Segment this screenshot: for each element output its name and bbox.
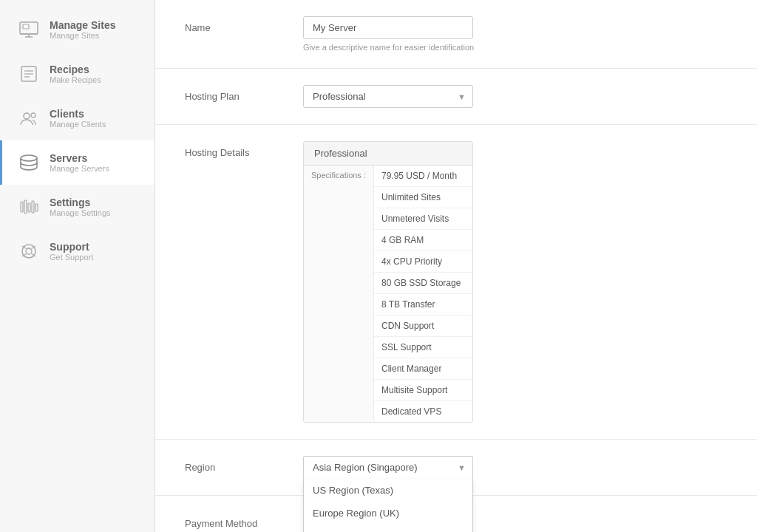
region-select[interactable]: US Region (Texas) Europe Region (UK) Asi… (303, 456, 473, 479)
region-option-item-europe-uk[interactable]: Europe Region (UK) (304, 502, 472, 525)
sidebar-item-clients[interactable]: Clients Manage Clients (0, 96, 155, 140)
hosting-details-box: Professional Specifications : 79.95 USD … (303, 141, 473, 423)
spec-unlimited-sites: Unlimited Sites (374, 187, 472, 208)
payment-method-label: Payment Method (185, 512, 303, 529)
region-section: Region US Region (Texas) Europe Region (… (155, 440, 757, 496)
svg-rect-12 (21, 202, 23, 212)
sidebar-item-settings[interactable]: Settings Manage Settings (0, 185, 155, 229)
hosting-details-label: Hosting Details (185, 141, 303, 158)
settings-icon (17, 195, 41, 219)
svg-rect-16 (35, 204, 38, 211)
spec-transfer: 8 TB Transfer (374, 294, 472, 316)
sidebar-sublabel-servers: Manage Servers (50, 164, 109, 173)
sidebar-sublabel-settings: Manage Settings (50, 208, 111, 217)
sidebar-item-support[interactable]: Support Get Support (0, 229, 155, 273)
svg-point-17 (22, 245, 35, 258)
sidebar-label-manage-sites: Manage Sites (50, 19, 115, 31)
name-label: Name (185, 16, 303, 33)
spec-items-list: 79.95 USD / Month Unlimited Sites Unmete… (374, 166, 472, 422)
svg-rect-13 (24, 200, 27, 214)
region-select-wrap: US Region (Texas) Europe Region (UK) Asi… (303, 456, 473, 479)
svg-point-9 (24, 113, 30, 119)
hosting-plan-control-wrap: Professional Starter Business ▼ (303, 85, 727, 108)
spec-client-manager: Client Manager (374, 358, 472, 380)
hosting-plan-label: Hosting Plan (185, 85, 303, 102)
spec-cdn: CDN Support (374, 316, 472, 337)
region-label: Region (185, 456, 303, 473)
name-section: Name Give a descriptive name for easier … (155, 0, 757, 69)
region-control-wrap: US Region (Texas) Europe Region (UK) Asi… (303, 456, 727, 479)
hosting-details-section: Hosting Details Professional Specificati… (155, 125, 757, 440)
sidebar-label-settings: Settings (50, 197, 111, 208)
manage-sites-icon (17, 18, 41, 41)
spec-price: 79.95 USD / Month (374, 166, 472, 187)
sidebar-item-recipes[interactable]: Recipes Make Recipes (0, 52, 155, 96)
name-control-wrap: Give a descriptive name for easier ident… (303, 16, 727, 52)
support-icon (17, 239, 41, 263)
spec-ram: 4 GB RAM (374, 230, 472, 251)
region-dropdown-list: US Region (Texas) Europe Region (UK) Asi… (303, 479, 473, 532)
sidebar: Manage Sites Manage Sites Recipes Make R… (0, 0, 155, 532)
sidebar-sublabel-recipes: Make Recipes (50, 75, 101, 84)
hosting-plan-section: Hosting Plan Professional Starter Busine… (155, 69, 757, 125)
svg-point-11 (21, 155, 37, 161)
sidebar-item-manage-sites[interactable]: Manage Sites Manage Sites (0, 7, 155, 52)
spec-cpu: 4x CPU Priority (374, 251, 472, 273)
svg-rect-14 (28, 203, 30, 212)
sidebar-label-recipes: Recipes (50, 64, 101, 75)
spec-dedicated-vps: Dedicated VPS (374, 401, 472, 422)
sidebar-sublabel-manage-sites: Manage Sites (50, 31, 115, 40)
svg-point-10 (31, 113, 35, 117)
clients-icon (17, 106, 41, 130)
sidebar-label-support: Support (50, 241, 93, 253)
spec-multisite: Multisite Support (374, 380, 472, 401)
sidebar-item-servers[interactable]: Servers Manage Servers (0, 140, 155, 185)
hosting-details-header: Professional (304, 142, 472, 166)
svg-rect-1 (23, 24, 29, 29)
servers-icon (17, 151, 41, 174)
sidebar-sublabel-support: Get Support (50, 253, 93, 262)
svg-rect-15 (32, 201, 34, 213)
name-input[interactable] (303, 16, 473, 39)
hosting-spec-row: Specifications : 79.95 USD / Month Unlim… (304, 166, 472, 422)
spec-label: Specifications : (304, 166, 374, 422)
hosting-plan-select-wrap: Professional Starter Business ▼ (303, 85, 473, 108)
sidebar-sublabel-clients: Manage Clients (50, 120, 106, 129)
sidebar-label-servers: Servers (50, 152, 109, 164)
name-helper-text: Give a descriptive name for easier ident… (303, 43, 727, 52)
region-option-item-asia-japan[interactable]: Asia Region (Japan) (304, 525, 472, 532)
hosting-details-control-wrap: Professional Specifications : 79.95 USD … (303, 141, 727, 423)
region-dropdown-container: US Region (Texas) Europe Region (UK) Asi… (303, 456, 727, 479)
hosting-plan-select[interactable]: Professional Starter Business (303, 85, 473, 108)
svg-point-18 (26, 248, 32, 254)
spec-ssd: 80 GB SSD Storage (374, 273, 472, 294)
recipes-icon (17, 62, 41, 86)
region-option-item-us-texas[interactable]: US Region (Texas) (304, 479, 472, 502)
spec-ssl: SSL Support (374, 337, 472, 358)
spec-unmetered-visits: Unmetered Visits (374, 208, 472, 230)
main-content: Name Give a descriptive name for easier … (155, 0, 757, 532)
sidebar-label-clients: Clients (50, 108, 106, 120)
